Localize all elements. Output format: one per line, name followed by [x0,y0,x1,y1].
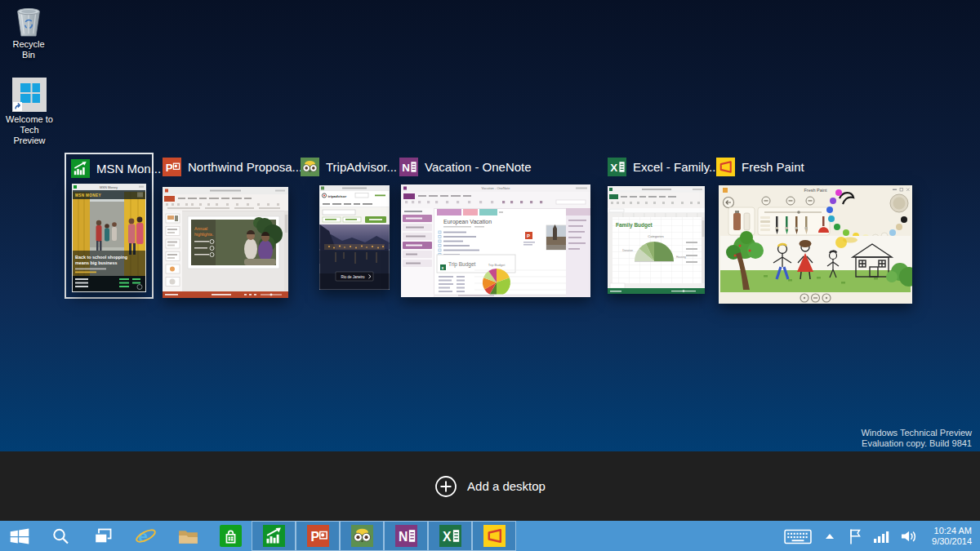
show-hidden-icons-button[interactable] [823,530,836,543]
task-view-button[interactable] [82,521,124,551]
svg-text:Fresh Paint: Fresh Paint [804,188,827,193]
system-tray: 10:24 AM 9/30/2014 [784,521,980,551]
svg-text:Family Budget: Family Budget [616,222,653,229]
excel-taskbar-button[interactable] [428,521,472,551]
windows-logo-icon [8,526,31,547]
clock[interactable]: 10:24 AM 9/30/2014 [932,526,972,547]
window-title: Fresh Paint [742,160,804,174]
store-icon [220,525,242,547]
fresh-paint-taskbar-button[interactable] [472,521,516,551]
svg-text:European Vacation: European Vacation [443,219,492,225]
add-desktop-label: Add a desktop [467,479,546,493]
task-view-bar: Add a desktop [0,451,980,521]
recycle-bin-icon [11,5,46,38]
welcome-shortcut-icon [11,77,48,113]
action-center-button[interactable] [848,527,862,545]
svg-text:x: x [442,265,444,270]
tray-time: 10:24 AM [932,526,972,536]
tripadvisor-icon [351,525,373,547]
fresh-paint-icon [483,525,506,547]
fresh-paint-thumbnail[interactable]: Fresh Paint [719,185,912,304]
window-title: MSN Mon... [96,162,161,176]
msn-money-icon [263,525,285,547]
tripadvisor-taskbar-button[interactable] [340,521,384,551]
window-title: Excel - Family... [633,160,719,174]
chevron-up-icon [823,530,836,543]
plus-circle-icon [434,475,457,498]
tripadvisor-icon [301,158,319,176]
volume-icon [901,529,920,544]
excel-thumbnail[interactable]: Family Budget Categories Donation Housin… [608,186,705,294]
svg-text:Back to school shopping: Back to school shopping [75,255,127,260]
svg-text:P: P [527,233,530,238]
svg-text:means big business: means big business [75,260,118,265]
start-button[interactable] [0,521,39,551]
svg-text:Donation: Donation [622,249,633,252]
flag-icon [848,527,862,545]
task-view-window-msn-money[interactable]: MSN Mon... MSN Money [65,153,154,299]
onenote-taskbar-button[interactable] [384,521,428,551]
search-icon [51,527,70,546]
msn-money-icon [71,159,90,178]
desktop: e P [0,0,980,551]
onenote-icon [399,158,418,176]
svg-text:Trip Budget: Trip Budget [488,263,506,267]
svg-text:tripadvisor: tripadvisor [328,194,347,198]
add-desktop-button[interactable]: Add a desktop [0,451,980,521]
recycle-bin-label: Recycle Bin [12,39,44,60]
store-button[interactable] [209,521,252,551]
svg-text:Housing: Housing [676,256,686,259]
powerpoint-icon [307,525,329,547]
svg-text:Vacation - OneNote: Vacation - OneNote [482,186,511,190]
svg-text:Categories: Categories [648,234,663,238]
msn-money-thumbnail[interactable]: MSN Money MSN MONEY Ba [72,184,146,292]
svg-text:Rio de Janeiro: Rio de Janeiro [341,275,365,279]
evaluation-watermark: Windows Technical Preview Evaluation cop… [861,428,972,449]
internet-explorer-icon [135,525,157,547]
onenote-icon [395,525,417,547]
tripadvisor-thumbnail[interactable]: tripadvisor Rio de Ja [319,185,390,290]
window-title: TripAdvisor... [326,160,397,174]
fresh-paint-icon [716,158,735,176]
keyboard-icon [784,527,812,546]
svg-text:highlights.: highlights. [194,232,213,237]
task-view-icon [93,527,113,546]
excel-icon [608,158,626,176]
svg-text:MSN MONEY: MSN MONEY [75,193,101,198]
taskbar: 10:24 AM 9/30/2014 [0,521,980,551]
desktop-icon-recycle-bin[interactable]: Recycle Bin [5,5,52,60]
internet-explorer-button[interactable] [124,521,167,551]
svg-text:MSN Money: MSN Money [100,185,118,189]
file-explorer-button[interactable] [167,521,209,551]
desktop-icon-welcome-tech-preview[interactable]: Welcome to Tech Preview [5,77,54,146]
volume-button[interactable] [901,529,920,544]
welcome-label-line2: Tech Preview [13,125,45,145]
search-button[interactable] [39,521,82,551]
msn-money-taskbar-button[interactable] [252,521,296,551]
welcome-label-line1: Welcome to [6,114,53,124]
window-title: Northwind Proposa... [188,160,302,174]
network-button[interactable] [874,530,889,543]
file-explorer-icon [177,527,199,545]
window-title: Vacation - OneNote [425,160,532,174]
excel-icon [439,525,461,547]
tray-date: 9/30/2014 [932,536,972,547]
onenote-thumbnail[interactable]: Vacation - OneNote [401,184,590,297]
svg-text:Annual: Annual [194,226,207,231]
touch-keyboard-button[interactable] [784,527,812,546]
powerpoint-thumbnail[interactable]: Annual highlights. [163,187,288,298]
powerpoint-icon [163,158,181,176]
powerpoint-taskbar-button[interactable] [296,521,340,551]
svg-text:Trip Budget: Trip Budget [448,261,476,268]
network-signal-icon [874,530,889,543]
